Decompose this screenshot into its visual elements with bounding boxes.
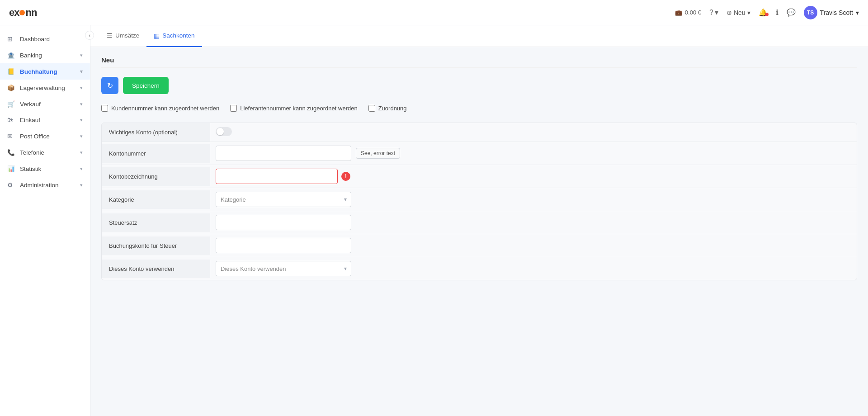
sidebar-item-label: Post Office [20, 133, 50, 140]
chevron-down-icon: ▾ [80, 133, 83, 139]
statistik-icon: 📊 [7, 165, 15, 172]
form-row-wichtiges-konto: Wichtiges Konto (optional) [102, 123, 857, 142]
administration-icon: ⚙ [7, 181, 15, 189]
sidebar-collapse-button[interactable]: ‹ [85, 31, 94, 40]
checkbox-zuordnung[interactable]: Zuordnung [368, 105, 407, 112]
dieses-konto-select-wrap: Dieses Konto verwenden [216, 261, 351, 276]
save-label: Speichern [132, 82, 160, 89]
balance-value: 0.00 € [685, 9, 701, 16]
lieferantennummer-checkbox[interactable] [230, 105, 237, 112]
buchhaltung-icon: 📒 [7, 68, 15, 75]
logo-text-right: nn [25, 7, 37, 19]
telefonie-icon: 📞 [7, 149, 15, 156]
form-row-buchungskonto: Buchungskonto für Steuer [102, 234, 857, 257]
sidebar-item-post-office[interactable]: ✉ Post Office ▾ [0, 128, 90, 144]
tab-umsatze[interactable]: ☰ Umsätze [99, 25, 146, 47]
logo-dot [19, 10, 25, 15]
sidebar-item-banking[interactable]: 🏦 Banking ▾ [0, 47, 90, 63]
wichtiges-konto-label: Wichtiges Konto (optional) [102, 123, 210, 142]
buchungskonto-input[interactable] [216, 238, 351, 253]
form-row-dieses-konto: Dieses Konto verwenden Dieses Konto verw… [102, 257, 857, 280]
chevron-down-icon: ▾ [80, 117, 83, 123]
chevron-down-icon: ▾ [80, 150, 83, 156]
sidebar-item-dashboard[interactable]: ⊞ Dashboard [0, 31, 90, 47]
section-title: Neu [101, 56, 857, 68]
kontobezeichnung-error-icon: ! [341, 172, 350, 181]
kontonummer-input[interactable] [216, 146, 351, 161]
sidebar-item-telefonie[interactable]: 📞 Telefonie ▾ [0, 144, 90, 161]
form-row-kontonummer: Kontonummer See, error text [102, 142, 857, 165]
chevron-down-icon: ▾ [80, 182, 83, 188]
help-chevron: ▾ [715, 8, 718, 17]
form-section: Wichtiges Konto (optional) Kontonummer S… [101, 123, 857, 280]
sidebar-item-label: Verkauf [20, 101, 41, 108]
chat-button[interactable]: 💬 [787, 8, 796, 17]
sidebar-item-label: Statistik [20, 165, 41, 172]
sidebar-item-einkauf[interactable]: 🛍 Einkauf ▾ [0, 112, 90, 128]
app-body: ‹ ⊞ Dashboard 🏦 Banking ▾ 📒 Buchhaltung … [0, 25, 868, 416]
help-button[interactable]: ? ▾ [709, 8, 718, 17]
kontobezeichnung-input[interactable] [216, 169, 338, 184]
kontobezeichnung-label: Kontobezeichnung [102, 167, 210, 186]
chevron-down-icon: ▾ [80, 101, 83, 107]
refresh-icon: ↻ [107, 81, 113, 90]
sidebar-item-administration[interactable]: ⚙ Administration ▾ [0, 177, 90, 193]
zuordnung-label: Zuordnung [378, 105, 407, 112]
sidebar-item-verkauf[interactable]: 🛒 Verkauf ▾ [0, 96, 90, 112]
checkboxes-row: Kundennummer kann zugeordnet werden Lief… [101, 105, 857, 112]
notification-dot [765, 13, 769, 16]
sidebar-item-label: Lagerverwaltung [20, 85, 65, 91]
kundennummer-checkbox[interactable] [101, 105, 108, 112]
lager-icon: 📦 [7, 84, 15, 91]
user-name: Travis Scott [820, 9, 853, 16]
form-row-kontobezeichnung: Kontobezeichnung ! [102, 165, 857, 188]
lieferantennummer-label: Lieferantennummer kann zugeordnet werden [240, 105, 357, 112]
user-chevron: ▾ [856, 9, 859, 16]
einkauf-icon: 🛍 [7, 117, 15, 123]
help-icon: ? [709, 9, 713, 17]
notification-wrap: 🔔 [759, 8, 768, 17]
info-button[interactable]: ℹ [776, 8, 778, 17]
error-tooltip-kontonummer: See, error text [356, 148, 400, 159]
steuersatz-input-wrap [210, 211, 857, 234]
kategorie-select[interactable]: Kategorie [216, 192, 351, 207]
wichtiges-konto-toggle-wrap [210, 123, 237, 141]
tab-sachkonten-label: Sachkonten [162, 32, 194, 39]
header-right: 💼 0.00 € ? ▾ ⊕ Neu ▾ 🔔 ℹ 💬 TS Tr [675, 6, 859, 19]
dieses-konto-select[interactable]: Dieses Konto verwenden [216, 261, 351, 276]
user-area[interactable]: TS Travis Scott ▾ [804, 6, 859, 19]
chat-icon: 💬 [787, 8, 796, 17]
kontonummer-input-wrap: See, error text [210, 142, 857, 165]
sidebar-item-label: Buchhaltung [20, 68, 57, 75]
sidebar: ⊞ Dashboard 🏦 Banking ▾ 📒 Buchhaltung ▾ … [0, 25, 90, 416]
checkbox-kundennummer[interactable]: Kundennummer kann zugeordnet werden [101, 105, 219, 112]
banking-icon: 🏦 [7, 52, 15, 59]
form-row-kategorie: Kategorie Kategorie [102, 188, 857, 211]
tab-sachkonten[interactable]: ▦ Sachkonten [146, 25, 202, 47]
kontobezeichnung-input-wrap: ! [210, 165, 857, 188]
checkbox-lieferantennummer[interactable]: Lieferantennummer kann zugeordnet werden [230, 105, 357, 112]
kategorie-label: Kategorie [102, 190, 210, 209]
sidebar-item-label: Einkauf [20, 117, 40, 123]
zuordnung-checkbox[interactable] [368, 105, 375, 112]
buchungskonto-input-wrap [210, 234, 857, 257]
sidebar-item-lagerverwaltung[interactable]: 📦 Lagerverwaltung ▾ [0, 80, 90, 96]
main-content: ☰ Umsätze ▦ Sachkonten Neu ↻ Speichern [90, 25, 868, 416]
kategorie-input-wrap: Kategorie [210, 188, 857, 211]
refresh-button[interactable]: ↻ [101, 77, 118, 94]
save-button[interactable]: Speichern [123, 77, 169, 94]
content-area: Neu ↻ Speichern Kundennummer kann zugeor… [90, 47, 868, 289]
steuersatz-label: Steuersatz [102, 213, 210, 232]
chevron-down-icon: ▾ [80, 69, 83, 75]
tab-umsatze-label: Umsätze [115, 32, 139, 39]
kontobezeichnung-error-wrap: ! [216, 169, 360, 184]
dieses-konto-label: Dieses Konto verwenden [102, 260, 210, 278]
wichtiges-konto-toggle[interactable] [216, 127, 232, 136]
sidebar-item-buchhaltung[interactable]: 📒 Buchhaltung ▾ [0, 63, 90, 80]
neu-button[interactable]: ⊕ Neu ▾ [726, 9, 750, 16]
sidebar-item-label: Dashboard [20, 36, 50, 43]
kundennummer-label: Kundennummer kann zugeordnet werden [111, 105, 219, 112]
sidebar-item-statistik[interactable]: 📊 Statistik ▾ [0, 161, 90, 177]
steuersatz-input[interactable] [216, 215, 351, 230]
verkauf-icon: 🛒 [7, 100, 15, 108]
